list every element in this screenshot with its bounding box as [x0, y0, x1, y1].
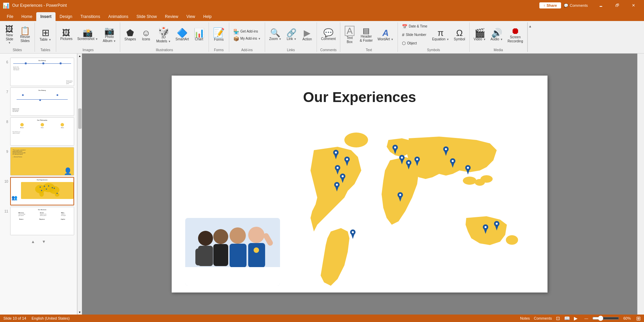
slide-title[interactable]: Our Experiences — [172, 89, 548, 105]
tab-design[interactable]: Design — [56, 12, 76, 21]
comments-button[interactable]: 💬 Comments — [564, 3, 588, 8]
svg-point-13 — [344, 133, 368, 147]
symbol-button[interactable]: Ω Symbol — [452, 27, 467, 43]
tab-help[interactable]: Help — [199, 12, 216, 21]
get-addins-button[interactable]: 🏪 Get Add-ins — [231, 28, 263, 35]
ribbon-group-illustrations: ⬟ Shapes ☺ Icons 🎲 3DModels ▼ 🔷 SmartArt… — [120, 22, 209, 52]
svg-point-7 — [48, 185, 49, 186]
ribbon-group-text: A TextBox ▤ Header& Footer A WordArt ▼ T… — [340, 22, 398, 52]
view-reading-button[interactable]: 📖 — [564, 316, 570, 321]
notes-button[interactable]: Notes — [520, 316, 530, 320]
action-icon: ▶ — [304, 28, 310, 37]
slides-scroll-down[interactable]: ▼ — [42, 239, 46, 244]
svg-point-16 — [480, 175, 493, 183]
reuse-slides-icon: 📋 — [20, 27, 30, 35]
screenshot-button[interactable]: 📸 Screenshot ▼ — [75, 27, 100, 42]
scroll-track[interactable] — [78, 58, 82, 310]
slide-canvas[interactable]: Our Experiences — [172, 76, 548, 293]
shapes-icon: ⬟ — [126, 28, 134, 37]
slides-scrollbar[interactable]: ▲ ▼ — [77, 54, 82, 315]
svg-rect-73 — [230, 244, 246, 267]
zoom-percentage: 60% — [623, 316, 631, 320]
text-box-button[interactable]: A TextBox — [342, 24, 357, 45]
zoom-button[interactable]: 🔍 Zoom ▼ — [267, 27, 283, 42]
svg-point-36 — [394, 146, 396, 148]
scroll-up-arrow[interactable]: ▲ — [78, 54, 82, 58]
tab-animations[interactable]: Animations — [104, 12, 132, 21]
fit-slide-button[interactable]: ⊞ — [636, 315, 641, 322]
comments-status[interactable]: Comments — [534, 316, 552, 320]
my-addins-button[interactable]: 📦 My Add-ins ▼ — [231, 35, 263, 42]
icons-button[interactable]: ☺ Icons — [138, 27, 153, 43]
svg-point-66 — [496, 223, 498, 225]
slides-panel: 6 Our History Guide to the Planets in th… — [0, 54, 77, 315]
slide-thumbnail-10[interactable]: 10 Our Experiences 👥 — [3, 177, 74, 205]
pictures-button[interactable]: 🖼 Pictures — [58, 27, 74, 42]
slide-thumbnail-8[interactable]: 8 Our Philosophy Mission Vision — [3, 117, 74, 146]
svg-point-8 — [52, 187, 53, 188]
slide-thumbnail-6[interactable]: 6 Our History Guide to the Planets in th… — [3, 58, 74, 86]
ribbon-group-links: 🔍 Zoom ▼ 🔗 Link ▼ ▶ Action Links — [265, 22, 317, 52]
smartart-button[interactable]: 🔷 SmartArt — [173, 27, 191, 43]
wordart-icon: A — [382, 28, 389, 37]
tab-insert[interactable]: Insert — [36, 12, 56, 21]
svg-point-39 — [401, 157, 403, 159]
tab-review[interactable]: Review — [161, 12, 182, 21]
reuse-slides-button[interactable]: 📋 ReuseSlides — [18, 25, 33, 44]
comment-button[interactable]: 💬 Comment — [319, 27, 338, 42]
shapes-button[interactable]: ⬟ Shapes — [122, 27, 138, 43]
maximize-button[interactable]: 🗗 — [609, 0, 625, 11]
chart-button[interactable]: 📊 Chart — [192, 27, 207, 43]
tab-transitions[interactable]: Transitions — [76, 12, 104, 21]
tab-file[interactable]: File — [3, 12, 17, 21]
slide-thumbnail-11[interactable]: 11 Our Services Mercury Saturn is a gasg… — [3, 207, 74, 235]
tab-view[interactable]: View — [182, 12, 199, 21]
tab-home[interactable]: Home — [17, 12, 36, 21]
scroll-thumb[interactable] — [78, 108, 82, 129]
view-slideshow-button[interactable]: ▶ — [574, 316, 578, 321]
date-time-button[interactable]: 📅 Date & Time — [400, 23, 429, 30]
world-map[interactable] — [297, 130, 534, 293]
share-button[interactable]: ↑ Share — [539, 2, 561, 8]
svg-rect-71 — [213, 244, 228, 266]
svg-point-48 — [445, 148, 447, 150]
svg-point-74 — [248, 227, 264, 243]
close-button[interactable]: ✕ — [626, 0, 641, 11]
zoom-slider[interactable] — [592, 316, 619, 321]
ribbon-group-images: 🖼 Pictures 📸 Screenshot ▼ 📷 PhotoAlbum ▼… — [56, 22, 120, 52]
right-panel — [637, 54, 644, 315]
svg-point-51 — [452, 160, 454, 162]
svg-point-9 — [41, 190, 42, 191]
action-button[interactable]: ▶ Action — [300, 27, 315, 43]
slide-info: Slide 10 of 14 — [3, 316, 26, 320]
slides-scroll-up[interactable]: ▲ — [31, 239, 35, 244]
tab-slideshow[interactable]: Slide Show — [132, 12, 161, 21]
wordart-button[interactable]: A WordArt ▼ — [375, 27, 395, 43]
view-normal-button[interactable]: ⊡ — [556, 316, 560, 321]
forms-button[interactable]: 📝 Forms — [211, 27, 227, 43]
forms-icon: 📝 — [213, 28, 225, 38]
minimize-button[interactable]: 🗕 — [593, 0, 609, 11]
screen-recording-button[interactable]: ⏺ ScreenRecording — [506, 25, 525, 45]
object-button[interactable]: ⬡ Object — [400, 40, 429, 46]
link-button[interactable]: 🔗 Link ▼ — [284, 27, 299, 42]
new-slide-button[interactable]: 🖼 NewSlide ▼ — [2, 24, 17, 46]
forms-group-label: Forms — [214, 47, 223, 52]
table-button[interactable]: ⊞ Table ▼ — [37, 27, 54, 43]
ribbon-collapse-button[interactable]: ▲ — [528, 24, 533, 29]
app-icon: 📊 — [3, 2, 9, 9]
3d-models-button[interactable]: 🎲 3DModels ▼ — [154, 25, 173, 45]
slide-thumbnail-9[interactable]: 9 "This is a quote, words full ofwisdom … — [3, 147, 74, 176]
comment-ribbon-icon: 💬 — [323, 29, 334, 37]
slide-number-button[interactable]: # Slide Number — [400, 32, 429, 38]
header-footer-button[interactable]: ▤ Header& Footer — [358, 26, 375, 44]
slide-thumbnail-7[interactable]: 7 Our History Neptune is thefarthest pla… — [3, 87, 74, 116]
photo-album-button[interactable]: 📷 PhotoAlbum ▼ — [101, 25, 118, 44]
video-button[interactable]: 🎬 Video ▼ — [472, 27, 488, 43]
audio-button[interactable]: 🔊 Audio ▼ — [489, 27, 505, 43]
slide-number-icon: # — [402, 33, 404, 37]
equation-button[interactable]: π Equation ▼ — [430, 27, 451, 43]
ribbon: 🖼 NewSlide ▼ 📋 ReuseSlides Slides ⊞ Tabl… — [0, 21, 644, 54]
tables-group-label: Tables — [41, 47, 50, 52]
scroll-down-arrow[interactable]: ▼ — [78, 310, 82, 315]
